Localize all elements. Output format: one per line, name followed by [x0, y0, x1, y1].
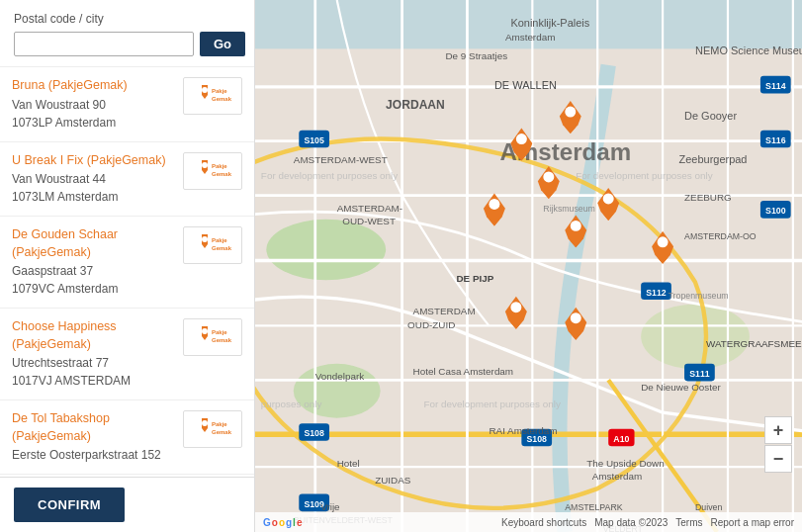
- svg-point-13: [202, 328, 208, 334]
- svg-text:Hotel: Hotel: [337, 458, 360, 469]
- svg-text:Vrije: Vrije: [320, 501, 340, 512]
- svg-point-123: [658, 236, 668, 247]
- svg-text:S100: S100: [765, 206, 786, 216]
- svg-text:S114: S114: [765, 81, 786, 91]
- svg-point-5: [202, 162, 208, 168]
- location-name: De Gouden Schaar (PakjeGemak): [12, 226, 175, 261]
- svg-point-9: [202, 236, 208, 242]
- location-logo: Pakje Gemak: [183, 77, 242, 115]
- svg-text:Duiven: Duiven: [695, 502, 722, 512]
- svg-text:Rijksmuseum: Rijksmuseum: [543, 204, 595, 214]
- svg-point-105: [543, 171, 554, 182]
- svg-text:AMSTERDAM: AMSTERDAM: [413, 306, 476, 316]
- map-background: S108 S105 S114 S116 S100 S112 S111 S108: [255, 0, 802, 532]
- confirm-button[interactable]: CONFIRM: [14, 488, 125, 522]
- svg-text:Pakje: Pakje: [212, 421, 227, 427]
- location-address: Utrechtsestraat 77 1017VJ AMSTERDAM: [12, 354, 175, 390]
- svg-text:AMSTELPARK: AMSTELPARK: [565, 502, 622, 512]
- go-button[interactable]: Go: [200, 32, 245, 56]
- svg-text:Tropenmuseum: Tropenmuseum: [668, 291, 729, 301]
- svg-text:AMSTERDAM-: AMSTERDAM-: [337, 203, 402, 214]
- location-name: De Tol Tabakshop (PakjeGemak): [12, 410, 175, 445]
- map-footer: Google Keyboard shortcuts Map data ©2023…: [255, 512, 802, 532]
- svg-text:De Gooyer: De Gooyer: [684, 110, 737, 122]
- location-address: Van Woustraat 90 1073LP Amsterdam: [12, 96, 175, 132]
- svg-text:AMSTERDAM-WEST: AMSTERDAM-WEST: [294, 154, 388, 165]
- svg-text:AMSTERDAM-OO: AMSTERDAM-OO: [684, 231, 757, 241]
- svg-text:Vondelpark: Vondelpark: [315, 371, 364, 382]
- map-area[interactable]: S108 S105 S114 S116 S100 S112 S111 S108: [255, 0, 802, 532]
- zoom-in-button[interactable]: +: [764, 416, 792, 444]
- svg-text:Pakje: Pakje: [212, 329, 227, 335]
- svg-text:S108: S108: [304, 428, 324, 438]
- svg-text:Zeeburgerpad: Zeeburgerpad: [679, 153, 748, 165]
- report-link[interactable]: Report a map error: [711, 517, 794, 528]
- svg-point-99: [565, 107, 576, 118]
- location-address: Van Woustraat 44 1073LM Amsterdam: [12, 170, 175, 206]
- terms-link[interactable]: Terms: [675, 517, 702, 528]
- search-input[interactable]: [14, 32, 194, 56]
- bottom-bar: CONFIRM: [0, 477, 254, 532]
- search-label: Postal code / city: [14, 12, 240, 26]
- svg-text:The Upside Down: The Upside Down: [586, 458, 665, 469]
- location-logo: Pakje Gemak: [183, 226, 242, 264]
- list-item[interactable]: De Tol Tabakshop (PakjeGemak) Eerste Oos…: [0, 400, 254, 475]
- svg-text:purposes only: purposes only: [261, 399, 322, 409]
- location-list: Bruna (PakjeGemak) Van Woustraat 90 1073…: [0, 67, 254, 477]
- svg-text:Pakje: Pakje: [212, 163, 227, 169]
- svg-text:Hotel Casa Amsterdam: Hotel Casa Amsterdam: [413, 366, 514, 377]
- svg-text:ZEEBURG: ZEEBURG: [684, 192, 732, 203]
- svg-text:For development purposes only: For development purposes only: [576, 170, 712, 181]
- svg-text:S105: S105: [304, 135, 324, 145]
- svg-text:WATERGRAAFSMEER: WATERGRAAFSMEER: [706, 338, 802, 349]
- svg-text:S112: S112: [646, 288, 667, 298]
- svg-point-111: [603, 193, 614, 204]
- location-info: Choose Happiness (PakjeGemak) Utrechtses…: [12, 318, 175, 390]
- keyboard-shortcuts-link[interactable]: Keyboard shortcuts: [501, 517, 586, 528]
- svg-text:OUD-WEST: OUD-WEST: [342, 216, 396, 226]
- left-panel: Postal code / city Go Bruna (PakjeGemak)…: [0, 0, 255, 532]
- map-data-text: Map data ©2023: [594, 517, 668, 528]
- svg-point-1: [202, 87, 208, 93]
- list-item[interactable]: Choose Happiness (PakjeGemak) Utrechtses…: [0, 309, 254, 400]
- svg-text:DE WALLEN: DE WALLEN: [494, 79, 557, 91]
- svg-point-120: [571, 312, 581, 323]
- svg-text:Gemak: Gemak: [212, 429, 232, 435]
- location-name: U Break I Fix (PakjeGemak): [12, 152, 175, 170]
- location-logo: Pakje Gemak: [183, 410, 242, 448]
- content-area: Postal code / city Go Bruna (PakjeGemak)…: [0, 0, 802, 532]
- svg-text:ZUIDAS: ZUIDAS: [375, 475, 411, 486]
- location-logo: Pakje Gemak: [183, 152, 242, 190]
- zoom-out-button[interactable]: −: [764, 445, 792, 473]
- svg-text:OUD-ZUID: OUD-ZUID: [407, 319, 455, 330]
- svg-text:JORDAAN: JORDAAN: [386, 98, 445, 112]
- svg-point-117: [510, 302, 521, 312]
- location-address: Gaaspstraat 37 1079VC Amsterdam: [12, 262, 175, 298]
- svg-text:Gemak: Gemak: [212, 245, 232, 251]
- svg-text:Pakje: Pakje: [212, 237, 227, 243]
- svg-point-24: [641, 304, 750, 369]
- svg-text:A10: A10: [613, 434, 629, 444]
- svg-point-17: [202, 420, 208, 426]
- map-svg: S108 S105 S114 S116 S100 S112 S111 S108: [255, 0, 802, 532]
- svg-text:De Nieuwe Ooster: De Nieuwe Ooster: [641, 382, 721, 393]
- svg-text:NEMO Science Museum: NEMO Science Museum: [695, 44, 802, 56]
- list-item[interactable]: U Break I Fix (PakjeGemak) Van Woustraat…: [0, 142, 254, 218]
- svg-text:S111: S111: [689, 369, 710, 379]
- google-logo: Google: [263, 517, 302, 528]
- main-container: Postal code / city Go Bruna (PakjeGemak)…: [0, 0, 802, 532]
- search-section: Postal code / city Go: [0, 0, 254, 67]
- location-info: U Break I Fix (PakjeGemak) Van Woustraat…: [12, 152, 175, 207]
- svg-text:Amsterdam: Amsterdam: [505, 32, 555, 43]
- list-item[interactable]: Bruna (PakjeGemak) Van Woustraat 90 1073…: [0, 67, 254, 142]
- svg-text:Koninklijk-Paleis: Koninklijk-Paleis: [510, 17, 589, 29]
- svg-text:Pakje: Pakje: [212, 88, 227, 94]
- list-item[interactable]: De Gouden Schaar (PakjeGemak) Gaaspstraa…: [0, 217, 254, 309]
- svg-point-22: [266, 220, 386, 280]
- location-name: Bruna (PakjeGemak): [12, 77, 175, 95]
- map-controls: + −: [764, 416, 792, 473]
- svg-text:RAI Amsterdam: RAI Amsterdam: [489, 425, 557, 436]
- svg-text:De 9 Straatjes: De 9 Straatjes: [446, 50, 508, 61]
- svg-text:S116: S116: [765, 135, 786, 145]
- location-name: Choose Happiness (PakjeGemak): [12, 318, 175, 353]
